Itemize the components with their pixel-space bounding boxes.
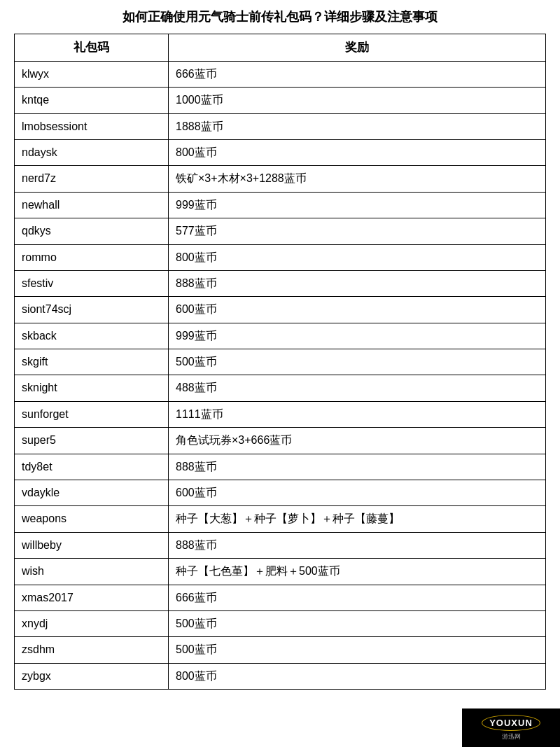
table-row: weapons种子【大葱】＋种子【萝卜】＋种子【藤蔓】: [15, 506, 546, 532]
cell-reward: 500蓝币: [169, 349, 546, 375]
table-row: rommo800蓝币: [15, 244, 546, 270]
footer-logo: YOUXUN 游迅网: [462, 708, 560, 747]
cell-reward: 800蓝币: [169, 139, 546, 165]
table-row: zybgx800蓝币: [15, 663, 546, 689]
cell-reward: 888蓝币: [169, 532, 546, 558]
table-row: nerd7z铁矿×3+木材×3+1288蓝币: [15, 166, 546, 192]
cell-reward: 铁矿×3+木材×3+1288蓝币: [169, 166, 546, 192]
table-header-row: 礼包码 奖励: [15, 34, 546, 62]
cell-reward: 角色试玩券×3+666蓝币: [169, 428, 546, 454]
cell-reward: 种子【大葱】＋种子【萝卜】＋种子【藤蔓】: [169, 506, 546, 532]
cell-reward: 1111蓝币: [169, 401, 546, 427]
col-header-code: 礼包码: [15, 34, 169, 62]
cell-reward: 种子【七色堇】＋肥料＋500蓝币: [169, 559, 546, 585]
table-row: skgift500蓝币: [15, 349, 546, 375]
page-wrapper: 如何正确使用元气骑士前传礼包码？详细步骤及注意事项 礼包码 奖励 klwyx66…: [0, 0, 560, 747]
cell-reward: 800蓝币: [169, 244, 546, 270]
cell-code: xnydj: [15, 611, 169, 637]
table-row: newhall999蓝币: [15, 192, 546, 218]
table-row: sknight488蓝币: [15, 375, 546, 401]
cell-reward: 888蓝币: [169, 454, 546, 480]
table-row: kntqe1000蓝币: [15, 88, 546, 113]
cell-reward: 888蓝币: [169, 270, 546, 296]
cell-code: sknight: [15, 375, 169, 401]
cell-reward: 500蓝币: [169, 611, 546, 637]
cell-code: willbeby: [15, 532, 169, 558]
cell-reward: 999蓝币: [169, 323, 546, 349]
cell-reward: 1000蓝币: [169, 88, 546, 113]
table-row: sfestiv888蓝币: [15, 270, 546, 296]
cell-reward: 577蓝币: [169, 218, 546, 244]
cell-reward: 488蓝币: [169, 375, 546, 401]
cell-code: qdkys: [15, 218, 169, 244]
page-title: 如何正确使用元气骑士前传礼包码？详细步骤及注意事项: [0, 0, 560, 34]
logo-main-text: YOUXUN: [489, 718, 533, 728]
cell-code: nerd7z: [15, 166, 169, 192]
table-row: tdy8et888蓝币: [15, 454, 546, 480]
cell-code: sunforget: [15, 401, 169, 427]
cell-code: klwyx: [15, 61, 169, 87]
table-row: willbeby888蓝币: [15, 532, 546, 558]
cell-code: zybgx: [15, 663, 169, 689]
table-row: wish种子【七色堇】＋肥料＋500蓝币: [15, 559, 546, 585]
cell-reward: 600蓝币: [169, 297, 546, 323]
cell-code: skback: [15, 323, 169, 349]
cell-code: wish: [15, 559, 169, 585]
cell-reward: 1888蓝币: [169, 113, 546, 139]
table-row: ndaysk800蓝币: [15, 139, 546, 165]
table-row: xnydj500蓝币: [15, 611, 546, 637]
cell-reward: 666蓝币: [169, 585, 546, 610]
cell-reward: 600蓝币: [169, 480, 546, 506]
cell-code: tdy8et: [15, 454, 169, 480]
cell-reward: 800蓝币: [169, 663, 546, 689]
table-row: vdaykle600蓝币: [15, 480, 546, 506]
col-header-reward: 奖励: [169, 34, 546, 62]
table-row: qdkys577蓝币: [15, 218, 546, 244]
cell-code: weapons: [15, 506, 169, 532]
table-row: klwyx666蓝币: [15, 61, 546, 87]
cell-code: skgift: [15, 349, 169, 375]
cell-reward: 500蓝币: [169, 637, 546, 663]
table-row: skback999蓝币: [15, 323, 546, 349]
cell-code: ndaysk: [15, 139, 169, 165]
logo-sub-text: 游迅网: [482, 732, 540, 741]
cell-code: kntqe: [15, 88, 169, 113]
table-row: sunforget1111蓝币: [15, 401, 546, 427]
table-row: xmas2017666蓝币: [15, 585, 546, 610]
cell-code: lmobsessiont: [15, 113, 169, 139]
table-row: lmobsessiont1888蓝币: [15, 113, 546, 139]
cell-code: newhall: [15, 192, 169, 218]
cell-code: xmas2017: [15, 585, 169, 610]
table-row: zsdhm500蓝币: [15, 637, 546, 663]
cell-code: vdaykle: [15, 480, 169, 506]
cell-code: siont74scj: [15, 297, 169, 323]
gift-table: 礼包码 奖励 klwyx666蓝币kntqe1000蓝币lmobsessiont…: [14, 34, 546, 690]
cell-code: zsdhm: [15, 637, 169, 663]
table-row: super5角色试玩券×3+666蓝币: [15, 428, 546, 454]
cell-code: rommo: [15, 244, 169, 270]
cell-reward: 999蓝币: [169, 192, 546, 218]
cell-code: super5: [15, 428, 169, 454]
cell-code: sfestiv: [15, 270, 169, 296]
table-row: siont74scj600蓝币: [15, 297, 546, 323]
cell-reward: 666蓝币: [169, 61, 546, 87]
